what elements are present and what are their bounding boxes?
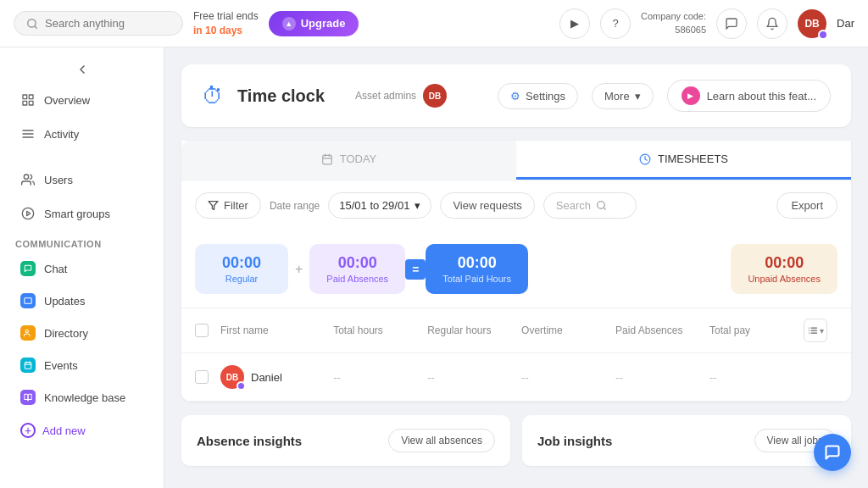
company-info: Company code: 586065 [641, 10, 706, 36]
absence-insights-title: Absence insights [197, 434, 302, 448]
sidebar-item-updates-label: Updates [44, 295, 85, 308]
data-table: First name Total hours Regular hours Ove… [181, 308, 851, 402]
sidebar-item-directory-label: Directory [44, 327, 88, 340]
upgrade-arrow-icon: ▲ [282, 17, 296, 30]
svg-line-24 [604, 208, 605, 209]
view-requests-button[interactable]: View requests [440, 192, 534, 219]
chevron-down-icon: ▾ [635, 90, 641, 103]
svg-line-1 [35, 25, 37, 28]
sidebar-item-chat[interactable]: Chat [5, 253, 159, 284]
bottom-insight-cards: Absence insights View all absences Job i… [181, 415, 851, 466]
svg-rect-13 [25, 363, 31, 369]
search-icon [26, 18, 38, 30]
job-insights-title: Job insights [537, 434, 612, 448]
sidebar-item-directory[interactable]: Directory [5, 318, 159, 348]
gear-icon: ⚙ [510, 90, 520, 103]
trial-info: Free trial ends in 10 days [193, 9, 259, 38]
add-new-button[interactable]: + Add new [5, 414, 159, 446]
filter-button[interactable]: Filter [195, 192, 261, 219]
unpaid-value: 00:00 [748, 254, 821, 272]
select-all-checkbox-col [195, 324, 220, 337]
events-icon [20, 358, 36, 373]
svg-rect-5 [29, 101, 33, 105]
search-box[interactable] [14, 11, 183, 36]
communication-section-title: Communication [0, 230, 164, 252]
row-total-hours: -- [333, 371, 427, 384]
sidebar-item-events[interactable]: Events [5, 350, 159, 380]
row-checkbox[interactable] [195, 370, 209, 384]
regular-hours-value: 00:00 [212, 254, 271, 272]
avatar[interactable]: DB [798, 9, 826, 38]
chat-icon-button[interactable] [716, 8, 747, 39]
collapse-button[interactable] [0, 56, 164, 83]
tabs-row: TODAY TIMESHEETS [181, 141, 851, 180]
grid-icon [20, 92, 36, 108]
tab-today-label: TODAY [340, 152, 377, 165]
date-range-select[interactable]: 15/01 to 29/01 ▾ [328, 192, 431, 219]
svg-point-10 [22, 208, 33, 219]
svg-marker-22 [209, 202, 218, 210]
sidebar-item-overview[interactable]: Overview [5, 84, 159, 116]
settings-button[interactable]: ⚙ Settings [498, 83, 578, 109]
row-name: Daniel [251, 371, 282, 384]
tab-today[interactable]: TODAY [181, 141, 516, 180]
paid-absences-box: 00:00 Paid Absences [309, 244, 405, 294]
filter-search[interactable]: Search [543, 192, 637, 219]
svg-rect-17 [322, 155, 331, 164]
col-header-total-hours: Total hours [333, 324, 427, 336]
sidebar-item-activity[interactable]: Activity [5, 118, 159, 150]
more-button[interactable]: More ▾ [592, 83, 654, 109]
sidebar-item-smart-groups[interactable]: Smart groups [5, 197, 159, 230]
chevron-down-col-icon: ▾ [820, 326, 824, 336]
play-button[interactable]: ▶ [559, 8, 590, 39]
user-name: Dar [837, 17, 854, 30]
notifications-button[interactable] [757, 8, 787, 39]
avatar-badge [818, 30, 828, 40]
equals-sign: = [405, 259, 426, 280]
row-regular-hours: -- [427, 371, 521, 384]
sidebar-item-updates[interactable]: Updates [5, 286, 159, 316]
chat-fab-button[interactable] [814, 434, 851, 471]
directory-icon [20, 325, 36, 341]
column-toggle-button[interactable]: ▾ [804, 319, 827, 342]
sidebar-item-chat-label: Chat [44, 263, 67, 275]
updates-icon [20, 293, 36, 308]
add-new-circle-icon: + [20, 423, 36, 438]
total-paid-value: 00:00 [442, 254, 511, 272]
export-button[interactable]: Export [776, 192, 837, 219]
sidebar-item-activity-label: Activity [44, 128, 79, 141]
hours-summary: 00:00 Regular + 00:00 Paid Absences = 00… [181, 230, 851, 308]
date-range-label: Date range [270, 200, 320, 212]
table-header: First name Total hours Regular hours Ove… [181, 308, 851, 353]
sidebar-item-knowledge-base[interactable]: Knowledge base [5, 382, 159, 413]
select-all-checkbox[interactable] [195, 324, 209, 337]
topbar: Free trial ends in 10 days ▲ Upgrade ▶ ?… [0, 0, 868, 47]
sidebar: Overview Activity Users Smart groups Com… [0, 47, 164, 488]
svg-rect-2 [23, 95, 27, 99]
view-all-absences-button[interactable]: View all absences [388, 429, 495, 452]
timeclock-icon: ⏱ [202, 83, 224, 109]
help-button[interactable]: ? [600, 8, 631, 39]
plus-sign: + [288, 262, 309, 277]
table-row: DB Daniel -- -- -- -- -- [181, 353, 851, 402]
svg-point-9 [24, 175, 28, 179]
sidebar-item-knowledge-base-label: Knowledge base [44, 391, 125, 404]
sidebar-item-users[interactable]: Users [5, 164, 159, 196]
sidebar-item-events-label: Events [44, 359, 78, 372]
search-input[interactable] [45, 17, 164, 30]
row-paid-absences: -- [615, 371, 709, 384]
row-total-pay: -- [709, 371, 804, 384]
col-header-total-pay: Total pay [709, 324, 804, 336]
col-header-regular-hours: Regular hours [427, 324, 521, 336]
svg-rect-3 [29, 95, 33, 99]
col-header-first-name: First name [220, 324, 333, 336]
tab-timesheets[interactable]: TIMESHEETS [516, 141, 851, 180]
absence-insights-card: Absence insights View all absences [181, 415, 510, 466]
svg-marker-11 [27, 211, 31, 215]
learn-play-icon: ▶ [682, 86, 700, 105]
learn-button[interactable]: ▶ Learn about this feat... [667, 80, 831, 112]
tab-timesheets-label: TIMESHEETS [658, 152, 728, 165]
paid-abs-value: 00:00 [326, 254, 388, 272]
total-paid-label: Total Paid Hours [442, 274, 511, 284]
upgrade-button[interactable]: ▲ Upgrade [269, 11, 359, 36]
